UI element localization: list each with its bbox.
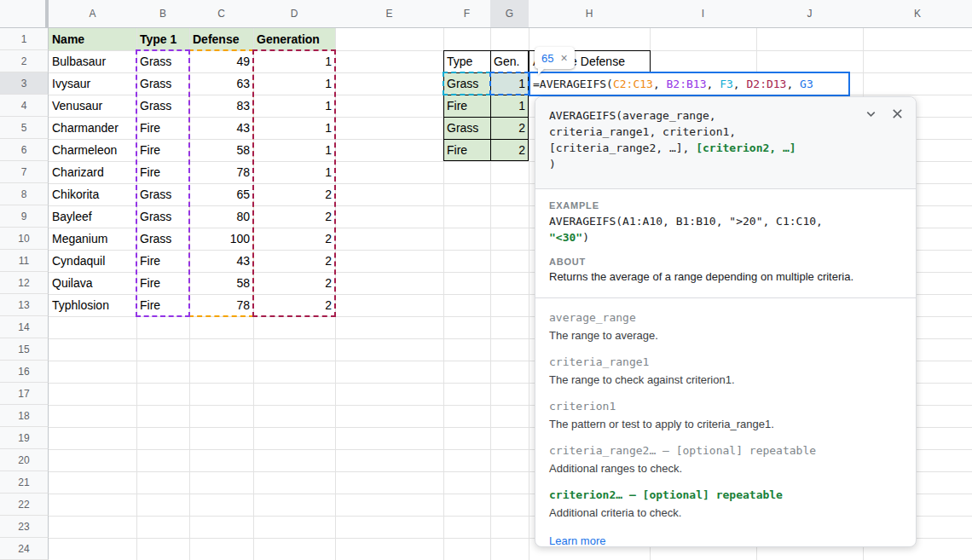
criteria-header-gen[interactable]: Gen. bbox=[490, 50, 529, 72]
cell-B6[interactable]: Fire bbox=[136, 139, 189, 161]
cell-A8[interactable]: Chikorita bbox=[49, 183, 136, 205]
row-header-21[interactable]: 21 bbox=[0, 471, 49, 494]
cell-D11[interactable]: 2 bbox=[253, 250, 335, 272]
cell-C9[interactable]: 80 bbox=[189, 205, 253, 228]
cell-A10[interactable]: Meganium bbox=[49, 228, 136, 250]
cell-C12[interactable]: 58 bbox=[189, 272, 253, 294]
row-header-17[interactable]: 17 bbox=[0, 383, 49, 405]
cell-D6[interactable]: 1 bbox=[253, 139, 335, 161]
header-cell-generation[interactable]: Generation bbox=[253, 28, 335, 50]
cell-C10[interactable]: 100 bbox=[189, 228, 253, 250]
cell-A12[interactable]: Quilava bbox=[49, 272, 136, 294]
col-header-C[interactable]: C bbox=[189, 0, 254, 28]
row-header-13[interactable]: 13 bbox=[0, 294, 49, 316]
header-cell-defense[interactable]: Defense bbox=[189, 28, 253, 50]
cell-A11[interactable]: Cyndaquil bbox=[49, 250, 136, 272]
row-header-14[interactable]: 14 bbox=[0, 316, 49, 338]
cell-B4[interactable]: Grass bbox=[136, 95, 189, 117]
cell-B10[interactable]: Grass bbox=[136, 228, 189, 250]
cell-D9[interactable]: 2 bbox=[253, 205, 335, 228]
cell-F6[interactable]: Fire bbox=[443, 139, 490, 161]
col-header-F[interactable]: F bbox=[443, 0, 491, 28]
cell-D3[interactable]: 1 bbox=[253, 72, 335, 95]
close-icon[interactable] bbox=[891, 107, 904, 120]
row-header-12[interactable]: 12 bbox=[0, 272, 49, 294]
cell-F5[interactable]: Grass bbox=[443, 117, 490, 139]
cell-A4[interactable]: Venusaur bbox=[49, 95, 136, 117]
cell-G4[interactable]: 1 bbox=[490, 95, 529, 117]
row-header-8[interactable]: 8 bbox=[0, 183, 49, 205]
cell-C7[interactable]: 78 bbox=[189, 161, 253, 183]
formula-input[interactable]: =AVERAGEIFS(C2:C13, B2:B13, F3, D2:D13, … bbox=[529, 72, 850, 96]
collapse-chevron-icon[interactable] bbox=[865, 107, 877, 120]
row-header-2[interactable]: 2 bbox=[0, 50, 49, 72]
cell-G3[interactable]: 1 bbox=[490, 72, 529, 95]
row-header-18[interactable]: 18 bbox=[0, 405, 49, 427]
cell-B9[interactable]: Grass bbox=[136, 205, 189, 228]
cell-B8[interactable]: Grass bbox=[136, 183, 189, 205]
row-header-4[interactable]: 4 bbox=[0, 95, 49, 117]
cell-C2[interactable]: 49 bbox=[189, 50, 253, 72]
cell-C6[interactable]: 58 bbox=[189, 139, 253, 161]
row-header-19[interactable]: 19 bbox=[0, 427, 49, 449]
row-header-15[interactable]: 15 bbox=[0, 338, 49, 361]
row-header-22[interactable]: 22 bbox=[0, 494, 49, 516]
cell-G6[interactable]: 2 bbox=[490, 139, 529, 161]
learn-more-link[interactable]: Learn more bbox=[549, 534, 605, 547]
header-cell-type-1[interactable]: Type 1 bbox=[136, 28, 189, 50]
cell-D7[interactable]: 1 bbox=[253, 161, 335, 183]
row-header-3[interactable]: 3 bbox=[0, 72, 49, 95]
cell-B13[interactable]: Fire bbox=[136, 294, 189, 316]
cell-A7[interactable]: Charizard bbox=[49, 161, 136, 183]
row-header-10[interactable]: 10 bbox=[0, 228, 49, 250]
row-header-23[interactable]: 23 bbox=[0, 516, 49, 538]
cell-C3[interactable]: 63 bbox=[189, 72, 253, 95]
select-all-corner[interactable] bbox=[0, 0, 49, 28]
row-header-24[interactable]: 24 bbox=[0, 538, 49, 560]
cell-B11[interactable]: Fire bbox=[136, 250, 189, 272]
cell-D4[interactable]: 1 bbox=[253, 95, 335, 117]
cell-A2[interactable]: Bulbasaur bbox=[49, 50, 136, 72]
cell-D8[interactable]: 2 bbox=[253, 183, 335, 205]
col-header-E[interactable]: E bbox=[335, 0, 444, 28]
cell-G5[interactable]: 2 bbox=[490, 117, 529, 139]
cell-B2[interactable]: Grass bbox=[136, 50, 189, 72]
dismiss-preview-icon[interactable]: × bbox=[560, 52, 567, 64]
cell-B5[interactable]: Fire bbox=[136, 117, 189, 139]
col-header-I[interactable]: I bbox=[650, 0, 757, 28]
cell-C8[interactable]: 65 bbox=[189, 183, 253, 205]
criteria-header-type[interactable]: Type bbox=[443, 50, 490, 72]
col-header-B[interactable]: B bbox=[136, 0, 190, 28]
col-header-J[interactable]: J bbox=[756, 0, 864, 28]
cell-C11[interactable]: 43 bbox=[189, 250, 253, 272]
cell-A5[interactable]: Charmander bbox=[49, 117, 136, 139]
row-header-11[interactable]: 11 bbox=[0, 250, 49, 272]
col-header-H[interactable]: H bbox=[529, 0, 651, 28]
col-header-A[interactable]: A bbox=[49, 0, 137, 28]
cell-D12[interactable]: 2 bbox=[253, 272, 335, 294]
cell-C5[interactable]: 43 bbox=[189, 117, 253, 139]
cell-A9[interactable]: Bayleef bbox=[49, 205, 136, 228]
col-header-K[interactable]: K bbox=[863, 0, 972, 28]
cell-B7[interactable]: Fire bbox=[136, 161, 189, 183]
cell-D13[interactable]: 2 bbox=[253, 294, 335, 316]
cell-F4[interactable]: Fire bbox=[443, 95, 490, 117]
cell-B12[interactable]: Fire bbox=[136, 272, 189, 294]
cell-A6[interactable]: Charmeleon bbox=[49, 139, 136, 161]
row-header-5[interactable]: 5 bbox=[0, 117, 49, 139]
row-header-20[interactable]: 20 bbox=[0, 449, 49, 471]
cell-A3[interactable]: Ivysaur bbox=[49, 72, 136, 95]
row-header-9[interactable]: 9 bbox=[0, 205, 49, 228]
row-header-16[interactable]: 16 bbox=[0, 361, 49, 383]
cell-A13[interactable]: Typhlosion bbox=[49, 294, 136, 316]
row-header-1[interactable]: 1 bbox=[0, 28, 49, 50]
cell-D10[interactable]: 2 bbox=[253, 228, 335, 250]
row-header-6[interactable]: 6 bbox=[0, 139, 49, 161]
cell-D2[interactable]: 1 bbox=[253, 50, 335, 72]
cell-F3[interactable]: Grass bbox=[443, 72, 490, 95]
cell-C4[interactable]: 83 bbox=[189, 95, 253, 117]
col-header-G[interactable]: G bbox=[490, 0, 529, 28]
col-header-D[interactable]: D bbox=[253, 0, 336, 28]
header-cell-name[interactable]: Name bbox=[49, 28, 136, 50]
cell-D5[interactable]: 1 bbox=[253, 117, 335, 139]
